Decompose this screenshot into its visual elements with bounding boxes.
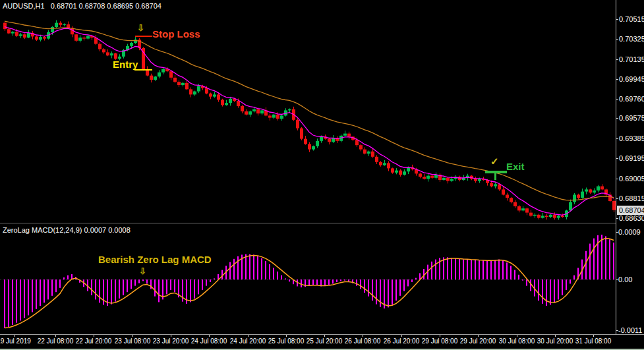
time-tick bbox=[555, 335, 556, 337]
price-tick bbox=[616, 19, 618, 20]
price-tick-label: 0.68815 bbox=[619, 194, 644, 202]
sell-arrow-icon[interactable]: ⇩ bbox=[137, 24, 144, 32]
time-tick bbox=[132, 335, 133, 337]
price-tick bbox=[616, 59, 618, 60]
exit-label[interactable]: Exit bbox=[506, 161, 525, 171]
price-tick bbox=[616, 158, 618, 159]
indicator-title: ZeroLag MACD(12,24,9) 0.0007 0.0008 bbox=[3, 226, 131, 234]
bearish-macd-label[interactable]: Bearish Zero Lag MACD bbox=[98, 254, 212, 264]
time-tick bbox=[324, 335, 325, 337]
time-tick-label: 31 Jul 08:00 bbox=[574, 337, 612, 345]
time-tick bbox=[94, 335, 94, 337]
stop-loss-label[interactable]: Stop Loss bbox=[152, 29, 200, 39]
time-tick-label: 24 Jul 08:00 bbox=[190, 337, 228, 345]
price-tick-label: 0.69005 bbox=[619, 175, 644, 183]
price-tick bbox=[616, 39, 618, 40]
time-tick bbox=[55, 335, 56, 337]
time-tick bbox=[363, 335, 363, 337]
time-tick-label: 22 Jul 08:00 bbox=[36, 337, 74, 345]
price-tick-label: 0.69385 bbox=[619, 134, 644, 142]
time-tick bbox=[401, 335, 402, 337]
price-tick-label: 0.69760 bbox=[619, 95, 644, 103]
macd-tick-label: -0.0011 bbox=[618, 326, 643, 334]
price-axis-line bbox=[616, 0, 616, 334]
price-tick bbox=[616, 218, 618, 219]
time-tick-label: 22 Jul 20:00 bbox=[74, 337, 113, 345]
price-tick-label: 0.70325 bbox=[619, 35, 644, 43]
price-tick bbox=[616, 118, 618, 119]
entry-line[interactable] bbox=[134, 69, 152, 71]
price-tick bbox=[616, 99, 618, 100]
price-chart-canvas[interactable] bbox=[0, 0, 616, 225]
time-tick-label: 26 Jul 20:00 bbox=[382, 337, 421, 345]
time-tick-label: 29 Jul 08:00 bbox=[421, 337, 459, 345]
time-tick bbox=[171, 335, 171, 337]
time-tick-label: 23 Jul 08:00 bbox=[113, 337, 152, 345]
time-tick-label: 25 Jul 08:00 bbox=[267, 337, 305, 345]
time-tick-label: 30 Jul 08:00 bbox=[498, 337, 536, 345]
macd-down-arrow-icon[interactable]: ⇩ bbox=[139, 267, 146, 276]
time-tick bbox=[14, 335, 15, 337]
price-tick bbox=[616, 138, 618, 139]
time-tick bbox=[440, 335, 440, 337]
price-tick-label: 0.70515 bbox=[619, 15, 644, 23]
exit-marker-stem[interactable] bbox=[494, 173, 496, 180]
time-tick-label: 19 Jul 2019 bbox=[0, 337, 33, 345]
time-tick-label: 30 Jul 20:00 bbox=[536, 337, 574, 345]
time-tick-label: 25 Jul 20:00 bbox=[305, 337, 343, 345]
stop-loss-line[interactable] bbox=[135, 36, 152, 37]
price-tick-label: 0.69195 bbox=[619, 154, 644, 162]
time-tick-label: 24 Jul 20:00 bbox=[229, 337, 267, 345]
time-axis-line bbox=[0, 334, 644, 335]
pane-splitter[interactable] bbox=[0, 223, 616, 223]
time-tick bbox=[478, 335, 479, 337]
chart-window: AUDUSD,H1 0.68701 0.68708 0.68695 0.6870… bbox=[0, 0, 644, 350]
macd-tick-label: 0.00 bbox=[618, 276, 632, 283]
entry-label[interactable]: Entry bbox=[113, 59, 138, 69]
price-tick bbox=[616, 79, 618, 80]
check-icon[interactable]: ✓ bbox=[490, 156, 499, 166]
macd-chart-canvas[interactable] bbox=[0, 225, 616, 334]
time-tick bbox=[248, 335, 249, 337]
symbol-ohlc-title: AUDUSD,H1 0.68701 0.68708 0.68695 0.6870… bbox=[3, 2, 161, 10]
time-tick bbox=[517, 335, 517, 337]
time-tick bbox=[286, 335, 287, 337]
time-tick bbox=[209, 335, 210, 337]
price-tick-label: 0.68630 bbox=[619, 214, 644, 222]
zerolag-ma-fast bbox=[5, 27, 614, 216]
zerolag-ma-slow bbox=[5, 21, 614, 200]
time-tick-label: 23 Jul 20:00 bbox=[152, 337, 190, 345]
time-tick bbox=[593, 335, 594, 337]
time-tick-label: 26 Jul 08:00 bbox=[343, 337, 382, 345]
price-tick bbox=[616, 179, 618, 179]
time-tick-label: 29 Jul 20:00 bbox=[459, 337, 497, 345]
price-tick-label: 0.69575 bbox=[619, 114, 644, 122]
macd-tick-label: 0.0009 bbox=[618, 228, 641, 236]
price-tick-label: 0.69945 bbox=[619, 75, 644, 83]
price-tick-label: 0.70135 bbox=[619, 55, 644, 63]
price-tick bbox=[616, 198, 618, 199]
